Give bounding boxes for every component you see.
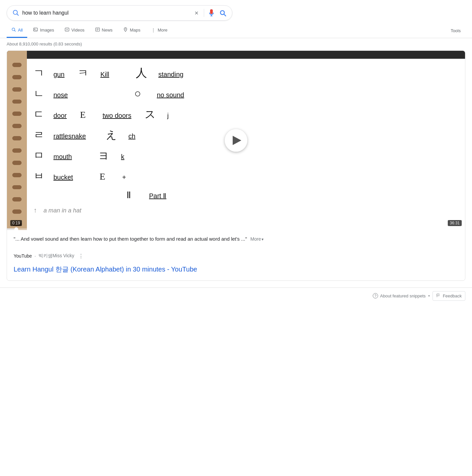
- hangul-row-2: ㄴ nose ○ no sound: [34, 87, 458, 101]
- hangul-word: Kill: [100, 71, 109, 78]
- svg-line-5: [14, 30, 15, 31]
- tab-more[interactable]: ⋮ More: [146, 24, 172, 38]
- more-tab-icon: ⋮: [151, 28, 156, 33]
- hangul-char: 人: [136, 65, 156, 81]
- snippet-quote: "... And vowel sound and then learn how …: [14, 236, 247, 242]
- hangul-word: gun: [53, 71, 64, 78]
- snippet-text-area: "... And vowel sound and then learn how …: [7, 230, 465, 248]
- hangul-row-8: ↑ a man in a hat: [34, 206, 458, 214]
- result-title-link[interactable]: Learn Hangul 한글 (Korean Alphabet) in 30 …: [14, 266, 197, 273]
- hangul-char: ㄱ: [34, 66, 53, 81]
- tab-images-label: Images: [40, 28, 54, 33]
- results-count: About 8,910,000 results (0.83 seconds): [0, 38, 472, 50]
- feedback-button[interactable]: Feedback: [433, 291, 465, 301]
- hangul-char: ス: [145, 107, 165, 122]
- spiral-top-bar: [7, 51, 465, 59]
- search-header: ×: [0, 0, 472, 21]
- hangul-word: ch: [128, 132, 135, 140]
- spiral-hole: [12, 124, 22, 128]
- search-submit-icon[interactable]: [219, 9, 227, 17]
- spiral-hole: [12, 100, 22, 104]
- tools-button[interactable]: Tools: [446, 24, 465, 37]
- hangul-char: E: [100, 171, 119, 182]
- about-snippets-link[interactable]: ? About featured snippets: [373, 293, 426, 298]
- spiral-hole: [12, 87, 22, 92]
- chevron-down-icon: ▾: [262, 236, 264, 242]
- hangul-word: mouth: [53, 153, 72, 161]
- tab-videos[interactable]: Videos: [60, 23, 89, 38]
- search-input[interactable]: [22, 10, 193, 16]
- tab-images[interactable]: Images: [29, 23, 59, 38]
- spiral-hole: [12, 75, 22, 79]
- results-count-text: About 8,910,000 results (0.83 seconds): [7, 41, 82, 46]
- hangul-word: j: [167, 112, 169, 119]
- spiral-hole: [12, 112, 22, 116]
- hangul-word: two doors: [103, 112, 131, 119]
- featured-snippet-card: ㄱ gun ㅋ Kill 人 standing ㄴ nose ○ no soun…: [7, 50, 465, 281]
- maps-tab-icon: [123, 27, 128, 33]
- tab-news-label: News: [102, 28, 113, 33]
- nav-tabs: All Images Videos: [0, 23, 472, 38]
- tab-maps-label: Maps: [130, 28, 140, 33]
- hangul-char: ○: [134, 87, 154, 100]
- spiral-hole: [12, 136, 22, 140]
- hangul-row-7: Ⅱ Part Ⅱ: [34, 190, 458, 200]
- hangul-char: ㄷ: [34, 107, 53, 122]
- hangul-row-3: ㄷ door E two doors ス j: [34, 107, 458, 122]
- video-progress-bar[interactable]: [7, 228, 465, 230]
- video-total-duration: 36:31: [448, 220, 462, 226]
- tab-all-label: All: [18, 28, 23, 33]
- hangul-row-6: ㅂ bucket E +: [34, 169, 458, 184]
- tab-more-label: More: [158, 28, 168, 33]
- spiral-hole: [12, 185, 22, 190]
- hangul-char: ㄴ: [34, 87, 53, 101]
- spiral-hole: [12, 173, 22, 177]
- tab-maps[interactable]: Maps: [118, 23, 145, 38]
- images-tab-icon: [33, 27, 38, 33]
- play-triangle-icon: [233, 136, 241, 145]
- google-search-icon: [12, 9, 19, 17]
- hangul-char: え: [106, 128, 126, 142]
- news-tab-icon: [95, 27, 100, 33]
- hangul-char: Ⅱ: [126, 190, 146, 200]
- videos-tab-icon: [65, 27, 69, 33]
- source-author: 빅키샘Miss Vicky: [39, 253, 74, 259]
- source-options-button[interactable]: ⋮: [78, 253, 84, 259]
- flag-icon: [436, 293, 441, 299]
- result-title-area: Learn Hangul 한글 (Korean Alphabet) in 30 …: [7, 263, 465, 280]
- hangul-word: bucket: [53, 174, 73, 181]
- spiral-holes: [7, 51, 27, 230]
- hangul-word: door: [53, 112, 67, 119]
- help-circle-icon: ?: [373, 293, 378, 298]
- source-site: YouTube: [14, 253, 32, 259]
- spiral-hole: [12, 209, 22, 214]
- about-snippets-label: About featured snippets: [380, 293, 426, 298]
- tab-news[interactable]: News: [91, 23, 118, 38]
- source-separator: ·: [35, 253, 36, 259]
- svg-marker-9: [67, 29, 68, 30]
- search-icons: ×: [193, 9, 227, 17]
- hangul-word: no sound: [157, 91, 184, 99]
- hangul-char: ㄹ: [34, 128, 53, 142]
- hangul-word: rattlesnake: [53, 132, 86, 140]
- search-bar: ×: [7, 5, 232, 21]
- feedback-label: Feedback: [443, 293, 462, 298]
- hangul-word: nose: [53, 91, 68, 99]
- snippet-more-button[interactable]: More ▾: [250, 236, 264, 243]
- spiral-hole: [12, 197, 22, 201]
- all-tab-icon: [11, 27, 16, 33]
- svg-point-14: [125, 29, 126, 30]
- footer-bar: ? About featured snippets • Feedback: [0, 287, 472, 304]
- hangul-char: E: [80, 110, 100, 120]
- hangul-word: k: [121, 153, 124, 161]
- video-thumbnail[interactable]: ㄱ gun ㅋ Kill 人 standing ㄴ nose ○ no soun…: [7, 51, 465, 230]
- spiral-hole: [12, 148, 22, 153]
- tab-all[interactable]: All: [7, 23, 27, 38]
- microphone-icon[interactable]: [207, 9, 215, 17]
- hangul-word: Part Ⅱ: [149, 192, 166, 200]
- spiral-hole: [12, 63, 22, 67]
- clear-icon[interactable]: ×: [193, 9, 200, 17]
- hangul-word: standing: [158, 71, 184, 78]
- footer-separator: •: [428, 293, 430, 298]
- video-play-button[interactable]: [225, 129, 247, 152]
